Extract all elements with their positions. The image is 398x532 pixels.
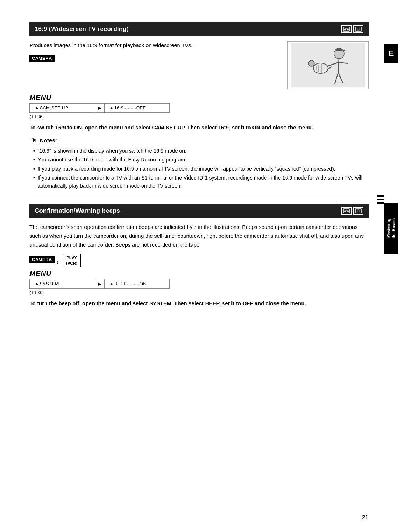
- tape-icon: [341, 25, 352, 33]
- notes-block: 🖰 Notes: “16:9” is shown in the display …: [29, 136, 369, 190]
- vcr-icon-2: [353, 207, 363, 215]
- section1-intro-block: Produces images in the 16:9 format for p…: [29, 41, 280, 89]
- note-item: “16:9” is shown in the display when you …: [33, 147, 369, 155]
- section2-title: Confirmation/Warning beeps: [35, 207, 120, 215]
- section2-menu-block: MENU ►SYSTEM ▶ ►BEEP·········ON ( ☐ 36): [29, 270, 369, 295]
- menu-cell-1a: ►CAM.SET UP: [30, 104, 95, 112]
- note-item: If you connect the camcorder to a TV wit…: [33, 174, 369, 190]
- section-divider: [29, 197, 369, 197]
- menu-path-1: ►CAM.SET UP ▶ ►16:9·········OFF: [29, 103, 170, 113]
- section2-body: The camcorder’s short operation confirma…: [29, 223, 369, 250]
- section1-instruction: To switch 16:9 to ON, open the menu and …: [29, 124, 369, 132]
- svg-point-25: [347, 211, 349, 212]
- menu-ref-1: ( ☐ 36): [29, 114, 369, 119]
- svg-point-24: [344, 211, 346, 212]
- menu-ref-2: ( ☐ 36): [29, 290, 369, 295]
- notes-icon: 🖰: [29, 136, 38, 145]
- play-vcr-badge: PLAY (VCR): [63, 254, 81, 267]
- camera-play-row: CAMERA , PLAY (VCR): [29, 254, 369, 267]
- camera-badge-2: CAMERA: [29, 256, 55, 263]
- play-label: PLAY: [66, 255, 77, 260]
- menu-arrow-2: ▶: [95, 279, 105, 288]
- page-number: 21: [362, 514, 369, 521]
- section2-instruction: To turn the beep off, open the menu and …: [29, 300, 369, 308]
- section1-content: Produces images in the 16:9 format for p…: [29, 41, 369, 89]
- widescreen-illustration: [287, 41, 369, 89]
- menu-cell-2b: ►BEEP·········ON: [105, 279, 170, 288]
- note-item: You cannot use the 16:9 mode with the Ea…: [33, 156, 369, 164]
- section1-menu-block: MENU ►CAM.SET UP ▶ ►16:9·········OFF ( ☐…: [29, 94, 369, 119]
- svg-point-6: [358, 29, 359, 29]
- menu-label-1: MENU: [29, 94, 52, 102]
- section2-icons: [341, 207, 363, 215]
- vcr-icon: [353, 25, 363, 33]
- section1-header: 16:9 (Widescreen TV recording): [29, 22, 369, 36]
- menu-path-2: ►SYSTEM ▶ ►BEEP·········ON: [29, 279, 170, 289]
- note-item: If you play back a recording made for 16…: [33, 165, 369, 173]
- comma-separator: ,: [57, 257, 59, 264]
- svg-point-22: [308, 60, 314, 66]
- svg-point-2: [347, 29, 349, 30]
- tape-icon-2: [341, 207, 352, 215]
- svg-rect-7: [291, 43, 365, 87]
- section2-header: Confirmation/Warning beeps: [29, 204, 369, 218]
- section1-icons: [341, 25, 363, 33]
- camera-badge-1: CAMERA: [29, 55, 280, 64]
- svg-point-29: [358, 211, 359, 211]
- section1-intro: Produces images in the 16:9 format for p…: [29, 41, 280, 50]
- menu-cell-1b: ►16:9·········OFF: [105, 104, 170, 112]
- notes-list: “16:9” is shown in the display when you …: [29, 147, 369, 190]
- menu-label-2: MENU: [29, 270, 52, 278]
- menu-cell-2a: ►SYSTEM: [30, 279, 95, 288]
- section1-title: 16:9 (Widescreen TV recording): [35, 25, 129, 33]
- vcr-label: (VCR): [66, 261, 77, 266]
- svg-point-1: [344, 29, 346, 30]
- notes-header: 🖰 Notes:: [29, 136, 369, 145]
- menu-arrow-1: ▶: [95, 104, 105, 112]
- notes-label: Notes:: [40, 137, 57, 143]
